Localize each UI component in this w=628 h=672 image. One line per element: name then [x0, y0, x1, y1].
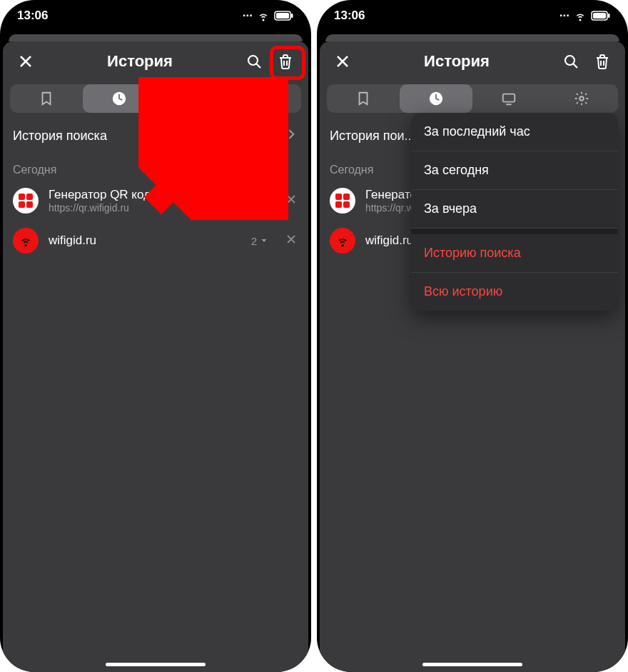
menu-today[interactable]: За сегодня	[411, 151, 618, 190]
search-icon	[245, 53, 263, 70]
status-time: 13:06	[334, 9, 365, 23]
delete-button[interactable]	[587, 46, 618, 77]
history-item-title: Генератор QR кодов: бесплатн...	[49, 188, 231, 202]
tab-history[interactable]	[400, 84, 472, 113]
history-item-time: 13:05	[241, 195, 268, 207]
status-indicators: ···	[243, 9, 294, 23]
svg-point-14	[579, 96, 584, 101]
qr-icon	[335, 194, 350, 208]
tab-bookmarks[interactable]	[327, 84, 400, 113]
delete-button[interactable]	[270, 46, 301, 77]
favicon-qr	[330, 188, 355, 214]
chevron-down-icon	[260, 236, 268, 245]
tab-devices[interactable]	[472, 84, 545, 113]
history-item[interactable]: wifigid.ru 2	[3, 221, 308, 261]
home-indicator[interactable]	[422, 663, 522, 666]
tab-devices[interactable]	[156, 84, 228, 113]
svg-rect-1	[276, 13, 289, 19]
history-item-remove[interactable]	[284, 232, 298, 249]
page-title: История	[41, 52, 238, 71]
sheet-header: История	[3, 41, 308, 81]
svg-rect-9	[593, 13, 606, 19]
favicon-wifigid	[330, 228, 355, 254]
tab-settings[interactable]	[545, 84, 618, 113]
history-sheet: История История поиска	[3, 41, 308, 672]
phone-left: 13:06 ··· История	[0, 0, 311, 672]
bookmark-icon	[39, 91, 54, 106]
wifi-icon	[335, 234, 350, 248]
clock-icon	[111, 91, 127, 106]
menu-all-history[interactable]: Всю историю	[411, 273, 618, 311]
phone-right: 13:06 ··· История	[317, 0, 628, 672]
sheet-peek	[9, 34, 303, 41]
menu-search-history[interactable]: Историю поиска	[411, 234, 618, 273]
svg-point-6	[263, 96, 267, 101]
tab-bookmarks[interactable]	[10, 84, 83, 113]
tab-history[interactable]	[83, 84, 156, 113]
gear-icon	[257, 91, 273, 106]
close-icon	[284, 232, 298, 246]
tabs	[10, 84, 301, 113]
tabs	[327, 84, 618, 113]
close-icon	[284, 192, 298, 206]
page-title: История	[358, 52, 555, 71]
sheet-peek	[325, 34, 619, 41]
favicon-qr	[13, 188, 39, 214]
battery-icon	[274, 11, 294, 21]
menu-yesterday[interactable]: За вчера	[411, 190, 618, 229]
status-bar: 13:06 ···	[0, 0, 311, 31]
svg-rect-10	[608, 14, 610, 18]
wifi-icon	[257, 9, 270, 22]
trash-icon	[277, 53, 294, 70]
wifi-icon	[574, 9, 587, 22]
gear-icon	[574, 91, 589, 106]
search-button[interactable]	[555, 46, 587, 77]
delete-menu: За последний час За сегодня За вчера Ист…	[411, 113, 618, 311]
battery-icon	[591, 11, 611, 21]
history-item-title: wifigid.ru	[49, 234, 241, 248]
status-indicators: ···	[559, 9, 611, 23]
search-history-row[interactable]: История поиска	[3, 117, 308, 155]
history-item-text: Генератор QR кодов: бесплатн... https://…	[49, 188, 231, 214]
trash-icon	[594, 53, 611, 70]
menu-last-hour[interactable]: За последний час	[411, 113, 618, 151]
svg-point-11	[565, 56, 574, 65]
close-button[interactable]	[327, 46, 358, 77]
monitor-icon	[184, 91, 200, 106]
tab-settings[interactable]	[228, 84, 301, 113]
sheet-header: История	[320, 41, 625, 81]
chevron-right-icon	[284, 127, 298, 145]
history-item[interactable]: Генератор QR кодов: бесплатн... https://…	[3, 181, 308, 221]
status-time: 13:06	[17, 9, 48, 23]
bookmark-icon	[355, 91, 371, 106]
close-button[interactable]	[10, 46, 41, 77]
svg-rect-5	[186, 94, 198, 102]
favicon-wifigid	[13, 228, 39, 254]
history-sheet: История История пои...	[320, 41, 625, 672]
history-item-text: wifigid.ru	[49, 234, 241, 248]
section-today: Сегодня	[3, 155, 308, 181]
search-history-label: История поиска	[13, 129, 284, 144]
qr-icon	[19, 194, 33, 208]
search-button[interactable]	[238, 46, 270, 77]
menu-separator	[411, 229, 618, 234]
search-icon	[562, 53, 579, 70]
status-bar: 13:06 ···	[317, 0, 628, 31]
wifi-icon	[19, 234, 33, 248]
monitor-icon	[501, 91, 517, 106]
svg-rect-13	[503, 94, 515, 102]
history-item-count: 2	[251, 235, 268, 247]
home-indicator[interactable]	[106, 663, 206, 666]
history-item-remove[interactable]	[284, 192, 298, 209]
clock-icon	[428, 91, 444, 106]
history-item-url: https://qr.wifigid.ru	[49, 202, 231, 214]
svg-rect-2	[291, 14, 293, 18]
svg-point-3	[248, 56, 258, 65]
